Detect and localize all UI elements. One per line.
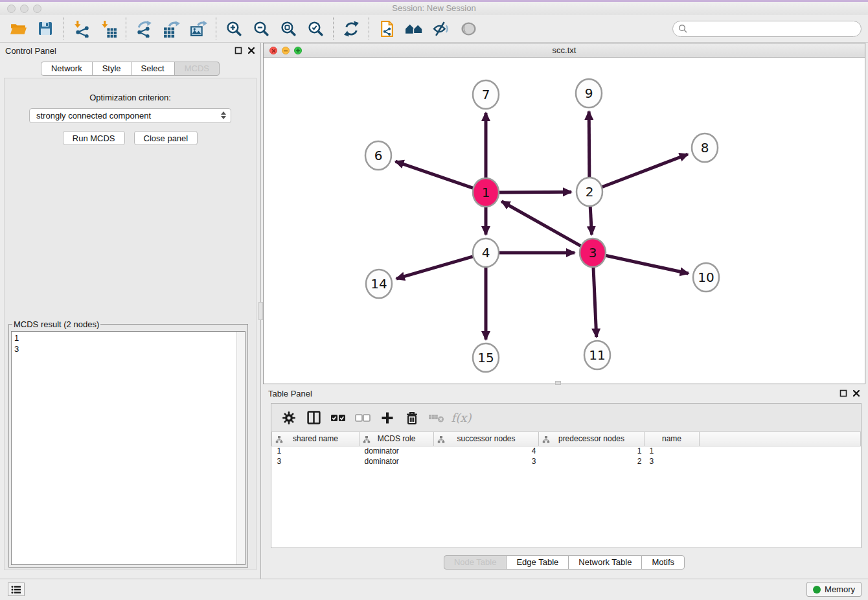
network-window-titlebar[interactable]: scc.txt (264, 43, 865, 58)
graph-edge-3-11[interactable] (593, 265, 597, 337)
cell-predecessor-nodes[interactable]: 1 (539, 446, 645, 456)
close-panel-icon[interactable] (247, 47, 255, 54)
float-panel-icon[interactable] (839, 389, 847, 397)
minimize-window-button[interactable] (20, 5, 29, 13)
export-image-button[interactable] (187, 17, 210, 40)
cell-shared-name[interactable]: 3 (272, 456, 360, 467)
deselect-all-button[interactable] (352, 408, 374, 428)
eye-disabled-icon (460, 20, 477, 38)
graph-edge-2-8[interactable] (601, 154, 688, 187)
graph-node-label-14: 14 (371, 276, 387, 292)
column-header-successor-nodes[interactable]: successor nodes (434, 432, 539, 446)
graph-node-label-2: 2 (586, 184, 594, 200)
search-field[interactable] (672, 21, 862, 37)
network-close-button[interactable] (269, 47, 277, 54)
cell-name[interactable]: 3 (645, 456, 700, 467)
graph-edge-2-3[interactable] (590, 204, 592, 235)
search-input[interactable] (688, 24, 856, 34)
toggle-column-panel-button[interactable] (303, 408, 325, 428)
tab-edge-table[interactable]: Edge Table (506, 555, 569, 570)
graph-edge-3-10[interactable] (605, 255, 689, 273)
zoom-selected-button[interactable] (304, 17, 327, 40)
show-all-button[interactable] (457, 17, 480, 40)
graph-edge-1-6[interactable] (395, 161, 474, 189)
show-log-button[interactable] (8, 583, 25, 596)
dropdown-selected-value: strongly connected component (36, 111, 151, 121)
open-session-button[interactable] (6, 17, 30, 40)
list-icon (11, 585, 21, 594)
optimization-criterion-dropdown[interactable]: strongly connected component (29, 108, 231, 123)
graph-edge-2-9[interactable] (589, 111, 589, 179)
column-header-predecessor-nodes[interactable]: predecessor nodes (539, 432, 645, 446)
close-window-button[interactable] (7, 5, 16, 13)
export-table-button[interactable] (159, 17, 183, 40)
run-mcds-button[interactable]: Run MCDS (63, 131, 125, 145)
zoom-fit-button[interactable] (277, 17, 300, 40)
splitter-handle-vertical[interactable] (258, 302, 263, 320)
table-header-row: shared name MCDS role successor nodes (272, 432, 861, 446)
float-panel-icon[interactable] (234, 47, 242, 54)
result-line: 1 (14, 332, 242, 343)
hide-selected-button[interactable] (429, 17, 453, 40)
first-neighbors-button[interactable] (402, 17, 426, 40)
table-row[interactable]: 1 dominator 4 1 1 (272, 446, 861, 456)
save-session-button[interactable] (34, 17, 57, 40)
table-toolbar: f(x) (271, 404, 861, 432)
zoom-out-button[interactable] (249, 17, 273, 40)
zoom-fit-icon (280, 20, 297, 38)
tab-node-table[interactable]: Node Table (444, 555, 507, 570)
function-builder-button[interactable]: f(x) (450, 408, 472, 428)
add-column-button[interactable] (376, 408, 398, 428)
export-image-icon (190, 20, 207, 38)
mcds-result-textarea[interactable]: 1 3 (11, 331, 246, 565)
cell-successor-nodes[interactable]: 3 (434, 456, 539, 467)
zoom-in-button[interactable] (222, 17, 246, 40)
graph-canvas[interactable]: 7968124314101511 (264, 58, 865, 384)
tab-style[interactable]: Style (92, 62, 131, 76)
toolbar-separator (369, 17, 369, 40)
export-network-icon (135, 20, 153, 38)
graph-edge-3-1[interactable] (501, 202, 582, 247)
select-all-button[interactable] (327, 408, 349, 428)
refresh-layout-button[interactable] (339, 17, 363, 40)
table-settings-button[interactable] (278, 408, 300, 428)
checked-boxes-icon (330, 413, 346, 422)
graph-node-label-8: 8 (701, 140, 709, 156)
delete-column-button[interactable] (401, 408, 423, 428)
close-panel-button[interactable]: Close panel (134, 131, 198, 145)
table-row[interactable]: 3 dominator 3 2 3 (272, 456, 861, 467)
column-header-mcds-role[interactable]: MCDS role (360, 432, 434, 446)
attribute-tree-icon (542, 435, 550, 443)
memory-button[interactable]: Memory (806, 582, 862, 597)
close-panel-icon[interactable] (852, 389, 860, 397)
graph-node-label-9: 9 (585, 86, 593, 101)
result-scrollbar[interactable] (236, 332, 245, 564)
tab-network-table[interactable]: Network Table (568, 555, 642, 570)
open-folder-icon (10, 20, 27, 38)
network-minimize-button[interactable] (282, 47, 290, 54)
column-header-name[interactable]: name (645, 432, 700, 446)
new-network-from-selection-button[interactable] (375, 17, 398, 40)
splitter-handle-horizontal[interactable] (555, 381, 561, 385)
cell-shared-name[interactable]: 1 (272, 446, 360, 456)
tab-mcds[interactable]: MCDS (174, 62, 220, 76)
graph-edge-1-2[interactable] (498, 192, 571, 192)
tab-motifs[interactable]: Motifs (641, 555, 685, 570)
cell-predecessor-nodes[interactable]: 2 (539, 456, 645, 467)
tab-network[interactable]: Network (41, 62, 93, 76)
cell-successor-nodes[interactable]: 4 (434, 446, 539, 456)
import-table-button[interactable] (97, 17, 120, 40)
attribute-tree-icon (437, 435, 445, 443)
cell-mcds-role[interactable]: dominator (360, 446, 434, 456)
tab-select[interactable]: Select (131, 62, 175, 76)
column-header-shared-name[interactable]: shared name (272, 432, 360, 446)
cell-mcds-role[interactable]: dominator (360, 456, 434, 467)
import-network-button[interactable] (69, 17, 93, 40)
export-network-button[interactable] (132, 17, 155, 40)
graph-edge-4-14[interactable] (396, 256, 474, 279)
zoom-window-button[interactable] (33, 5, 41, 13)
network-maximize-button[interactable] (294, 47, 302, 54)
cell-name[interactable]: 1 (645, 446, 700, 456)
window-titlebar: Session: New Session (0, 2, 868, 15)
delete-table-button[interactable] (426, 408, 448, 428)
